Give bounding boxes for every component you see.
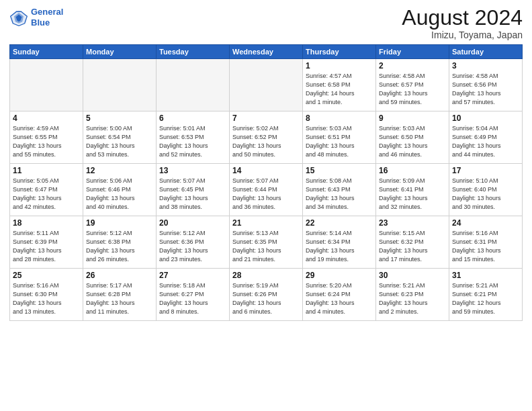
table-row: 4Sunrise: 4:59 AMSunset: 6:55 PMDaylight… <box>10 111 83 164</box>
table-row: 7Sunrise: 5:02 AMSunset: 6:52 PMDaylight… <box>230 111 303 164</box>
table-row: 18Sunrise: 5:11 AMSunset: 6:39 PMDayligh… <box>10 216 83 269</box>
day-info: Sunrise: 5:16 AMSunset: 6:30 PMDaylight:… <box>13 281 80 316</box>
day-info: Sunrise: 5:00 AMSunset: 6:54 PMDaylight:… <box>86 124 153 159</box>
table-row: 11Sunrise: 5:05 AMSunset: 6:47 PMDayligh… <box>10 164 83 216</box>
day-info: Sunrise: 5:12 AMSunset: 6:36 PMDaylight:… <box>159 229 226 264</box>
calendar-week-4: 18Sunrise: 5:11 AMSunset: 6:39 PMDayligh… <box>10 216 523 269</box>
day-info: Sunrise: 5:09 AMSunset: 6:41 PMDaylight:… <box>379 177 446 212</box>
table-row: 23Sunrise: 5:15 AMSunset: 6:32 PMDayligh… <box>376 216 449 269</box>
day-number: 5 <box>86 113 153 123</box>
table-row: 10Sunrise: 5:04 AMSunset: 6:49 PMDayligh… <box>449 111 523 164</box>
day-info: Sunrise: 5:21 AMSunset: 6:23 PMDaylight:… <box>379 281 446 316</box>
table-row: 3Sunrise: 4:58 AMSunset: 6:56 PMDaylight… <box>449 59 523 111</box>
day-info: Sunrise: 5:12 AMSunset: 6:38 PMDaylight:… <box>86 229 153 264</box>
day-info: Sunrise: 5:06 AMSunset: 6:46 PMDaylight:… <box>86 177 153 212</box>
day-info: Sunrise: 5:13 AMSunset: 6:35 PMDaylight:… <box>232 229 300 264</box>
calendar-week-3: 11Sunrise: 5:05 AMSunset: 6:47 PMDayligh… <box>10 164 523 216</box>
day-info: Sunrise: 5:11 AMSunset: 6:39 PMDaylight:… <box>13 229 80 264</box>
table-row: 17Sunrise: 5:10 AMSunset: 6:40 PMDayligh… <box>449 164 523 216</box>
col-tuesday: Tuesday <box>157 45 230 59</box>
day-info: Sunrise: 4:58 AMSunset: 6:56 PMDaylight:… <box>452 72 519 107</box>
table-row <box>10 59 83 111</box>
day-info: Sunrise: 5:04 AMSunset: 6:49 PMDaylight:… <box>452 124 519 159</box>
col-friday: Friday <box>376 45 449 59</box>
table-row: 25Sunrise: 5:16 AMSunset: 6:30 PMDayligh… <box>10 269 83 321</box>
table-row: 20Sunrise: 5:12 AMSunset: 6:36 PMDayligh… <box>157 216 230 269</box>
header: General Blue August 2024 Imizu, Toyama, … <box>9 7 523 40</box>
table-row: 14Sunrise: 5:07 AMSunset: 6:44 PMDayligh… <box>230 164 303 216</box>
logo-icon <box>9 8 28 27</box>
day-number: 2 <box>379 61 446 71</box>
table-row: 19Sunrise: 5:12 AMSunset: 6:38 PMDayligh… <box>83 216 157 269</box>
location-title: Imizu, Toyama, Japan <box>402 30 523 40</box>
day-info: Sunrise: 5:03 AMSunset: 6:51 PMDaylight:… <box>306 124 373 159</box>
day-info: Sunrise: 5:05 AMSunset: 6:47 PMDaylight:… <box>13 177 80 212</box>
table-row: 6Sunrise: 5:01 AMSunset: 6:53 PMDaylight… <box>157 111 230 164</box>
page-container: General Blue August 2024 Imizu, Toyama, … <box>0 0 532 326</box>
day-info: Sunrise: 5:02 AMSunset: 6:52 PMDaylight:… <box>232 124 300 159</box>
logo: General Blue <box>9 7 63 28</box>
day-number: 17 <box>452 166 519 175</box>
day-info: Sunrise: 5:15 AMSunset: 6:32 PMDaylight:… <box>379 229 446 264</box>
day-number: 29 <box>306 271 373 280</box>
day-number: 10 <box>452 113 519 123</box>
day-number: 24 <box>452 218 519 228</box>
day-info: Sunrise: 5:19 AMSunset: 6:26 PMDaylight:… <box>232 281 300 316</box>
day-number: 13 <box>159 166 226 175</box>
day-number: 4 <box>13 113 80 123</box>
table-row: 12Sunrise: 5:06 AMSunset: 6:46 PMDayligh… <box>83 164 157 216</box>
day-number: 26 <box>86 271 153 280</box>
day-info: Sunrise: 4:58 AMSunset: 6:57 PMDaylight:… <box>379 72 446 107</box>
col-saturday: Saturday <box>449 45 523 59</box>
day-number: 7 <box>232 113 300 123</box>
table-row: 1Sunrise: 4:57 AMSunset: 6:58 PMDaylight… <box>303 59 376 111</box>
day-info: Sunrise: 5:08 AMSunset: 6:43 PMDaylight:… <box>306 177 373 212</box>
table-row: 5Sunrise: 5:00 AMSunset: 6:54 PMDaylight… <box>83 111 157 164</box>
title-block: August 2024 Imizu, Toyama, Japan <box>402 7 523 40</box>
day-number: 12 <box>86 166 153 175</box>
day-info: Sunrise: 4:59 AMSunset: 6:55 PMDaylight:… <box>13 124 80 159</box>
day-info: Sunrise: 5:21 AMSunset: 6:21 PMDaylight:… <box>452 281 519 316</box>
day-info: Sunrise: 5:03 AMSunset: 6:50 PMDaylight:… <box>379 124 446 159</box>
day-number: 6 <box>159 113 226 123</box>
day-info: Sunrise: 5:07 AMSunset: 6:44 PMDaylight:… <box>232 177 300 212</box>
day-number: 14 <box>232 166 300 175</box>
day-number: 27 <box>159 271 226 280</box>
day-number: 1 <box>306 61 373 71</box>
table-row <box>83 59 157 111</box>
table-row: 9Sunrise: 5:03 AMSunset: 6:50 PMDaylight… <box>376 111 449 164</box>
col-wednesday: Wednesday <box>230 45 303 59</box>
table-row: 16Sunrise: 5:09 AMSunset: 6:41 PMDayligh… <box>376 164 449 216</box>
calendar-week-1: 1Sunrise: 4:57 AMSunset: 6:58 PMDaylight… <box>10 59 523 111</box>
day-number: 22 <box>306 218 373 228</box>
table-row <box>157 59 230 111</box>
day-info: Sunrise: 5:10 AMSunset: 6:40 PMDaylight:… <box>452 177 519 212</box>
col-thursday: Thursday <box>303 45 376 59</box>
day-info: Sunrise: 5:16 AMSunset: 6:31 PMDaylight:… <box>452 229 519 264</box>
table-row: 26Sunrise: 5:17 AMSunset: 6:28 PMDayligh… <box>83 269 157 321</box>
calendar-table: Sunday Monday Tuesday Wednesday Thursday… <box>9 44 523 321</box>
logo-text: General Blue <box>31 7 63 28</box>
table-row: 28Sunrise: 5:19 AMSunset: 6:26 PMDayligh… <box>230 269 303 321</box>
day-info: Sunrise: 5:07 AMSunset: 6:45 PMDaylight:… <box>159 177 226 212</box>
day-number: 15 <box>306 166 373 175</box>
day-info: Sunrise: 4:57 AMSunset: 6:58 PMDaylight:… <box>306 72 373 107</box>
day-number: 3 <box>452 61 519 71</box>
table-row: 24Sunrise: 5:16 AMSunset: 6:31 PMDayligh… <box>449 216 523 269</box>
col-monday: Monday <box>83 45 157 59</box>
day-number: 19 <box>86 218 153 228</box>
table-row: 21Sunrise: 5:13 AMSunset: 6:35 PMDayligh… <box>230 216 303 269</box>
day-info: Sunrise: 5:14 AMSunset: 6:34 PMDaylight:… <box>306 229 373 264</box>
table-row: 15Sunrise: 5:08 AMSunset: 6:43 PMDayligh… <box>303 164 376 216</box>
day-info: Sunrise: 5:20 AMSunset: 6:24 PMDaylight:… <box>306 281 373 316</box>
table-row <box>230 59 303 111</box>
day-number: 31 <box>452 271 519 280</box>
table-row: 8Sunrise: 5:03 AMSunset: 6:51 PMDaylight… <box>303 111 376 164</box>
table-row: 30Sunrise: 5:21 AMSunset: 6:23 PMDayligh… <box>376 269 449 321</box>
table-row: 13Sunrise: 5:07 AMSunset: 6:45 PMDayligh… <box>157 164 230 216</box>
month-title: August 2024 <box>402 7 523 28</box>
day-info: Sunrise: 5:18 AMSunset: 6:27 PMDaylight:… <box>159 281 226 316</box>
day-number: 20 <box>159 218 226 228</box>
table-row: 31Sunrise: 5:21 AMSunset: 6:21 PMDayligh… <box>449 269 523 321</box>
day-number: 8 <box>306 113 373 123</box>
